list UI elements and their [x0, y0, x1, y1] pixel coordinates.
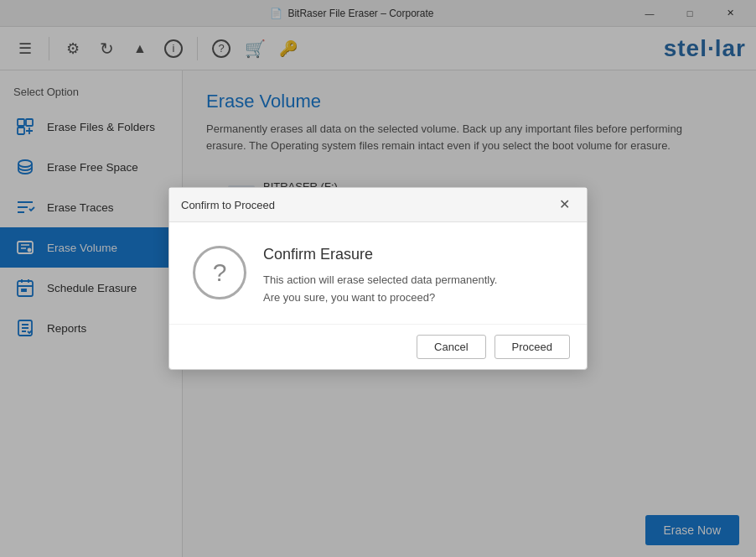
- modal-heading: Confirm Erasure: [263, 246, 563, 263]
- cancel-button[interactable]: Cancel: [417, 335, 485, 359]
- proceed-button[interactable]: Proceed: [495, 335, 570, 359]
- modal-close-button[interactable]: ✕: [554, 196, 575, 213]
- modal-title: Confirm to Proceed: [181, 199, 275, 211]
- confirm-modal: Confirm to Proceed ✕ ? Confirm Erasure T…: [168, 187, 588, 370]
- modal-header: Confirm to Proceed ✕: [169, 188, 587, 222]
- modal-content: Confirm Erasure This action will erase s…: [263, 246, 563, 307]
- modal-description: This action will erase selected data per…: [263, 272, 563, 307]
- modal-overlay: Confirm to Proceed ✕ ? Confirm Erasure T…: [0, 0, 756, 557]
- modal-footer: Cancel Proceed: [169, 324, 587, 369]
- modal-body: ? Confirm Erasure This action will erase…: [169, 222, 587, 324]
- question-circle-icon: ?: [193, 246, 246, 299]
